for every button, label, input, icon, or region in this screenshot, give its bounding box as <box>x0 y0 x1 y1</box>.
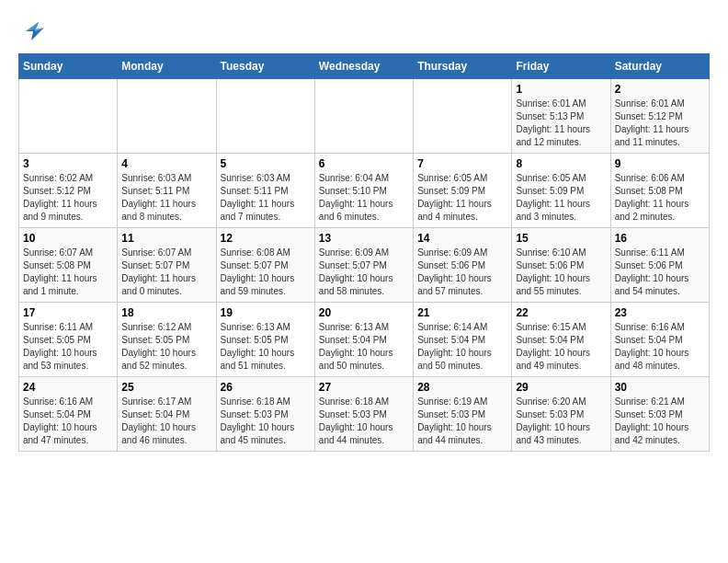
calendar-cell: 12Sunrise: 6:08 AM Sunset: 5:07 PM Dayli… <box>216 228 314 303</box>
day-number: 18 <box>121 306 211 319</box>
calendar-cell: 18Sunrise: 6:12 AM Sunset: 5:05 PM Dayli… <box>118 303 216 377</box>
day-number: 16 <box>615 232 705 245</box>
day-number: 20 <box>319 306 409 319</box>
day-info: Sunrise: 6:20 AM Sunset: 5:03 PM Dayligh… <box>516 396 606 447</box>
weekday-header-tuesday: Tuesday <box>216 54 314 79</box>
day-info: Sunrise: 6:11 AM Sunset: 5:05 PM Dayligh… <box>23 321 113 373</box>
weekday-header-sunday: Sunday <box>19 54 118 79</box>
calendar-table: SundayMondayTuesdayWednesdayThursdayFrid… <box>18 53 710 452</box>
calendar-cell: 21Sunrise: 6:14 AM Sunset: 5:04 PM Dayli… <box>414 303 512 377</box>
day-info: Sunrise: 6:01 AM Sunset: 5:13 PM Dayligh… <box>516 98 606 149</box>
calendar-cell: 6Sunrise: 6:04 AM Sunset: 5:10 PM Daylig… <box>314 154 413 228</box>
calendar-week-4: 24Sunrise: 6:16 AM Sunset: 5:04 PM Dayli… <box>19 377 710 452</box>
calendar-cell: 19Sunrise: 6:13 AM Sunset: 5:05 PM Dayli… <box>216 303 314 377</box>
calendar-cell <box>414 79 512 154</box>
calendar-cell: 7Sunrise: 6:05 AM Sunset: 5:09 PM Daylig… <box>414 154 512 228</box>
calendar-cell: 10Sunrise: 6:07 AM Sunset: 5:08 PM Dayli… <box>19 228 118 303</box>
calendar-cell: 1Sunrise: 6:01 AM Sunset: 5:13 PM Daylig… <box>512 79 610 154</box>
day-number: 5 <box>221 157 311 170</box>
day-info: Sunrise: 6:18 AM Sunset: 5:03 PM Dayligh… <box>221 396 311 447</box>
day-info: Sunrise: 6:15 AM Sunset: 5:04 PM Dayligh… <box>516 321 606 373</box>
day-number: 4 <box>121 157 211 170</box>
day-number: 12 <box>221 232 311 245</box>
page-header <box>18 18 710 44</box>
day-number: 8 <box>516 157 606 170</box>
day-info: Sunrise: 6:17 AM Sunset: 5:04 PM Dayligh… <box>121 396 211 447</box>
day-info: Sunrise: 6:09 AM Sunset: 5:07 PM Dayligh… <box>319 247 409 298</box>
day-number: 28 <box>417 381 507 394</box>
calendar-cell: 15Sunrise: 6:10 AM Sunset: 5:06 PM Dayli… <box>512 228 610 303</box>
weekday-header-thursday: Thursday <box>414 54 512 79</box>
calendar-cell <box>216 79 314 154</box>
day-info: Sunrise: 6:13 AM Sunset: 5:05 PM Dayligh… <box>221 321 311 373</box>
logo-icon <box>18 18 46 44</box>
calendar-cell: 25Sunrise: 6:17 AM Sunset: 5:04 PM Dayli… <box>118 377 216 452</box>
weekday-header-saturday: Saturday <box>610 54 709 79</box>
day-number: 29 <box>516 381 606 394</box>
calendar-cell: 26Sunrise: 6:18 AM Sunset: 5:03 PM Dayli… <box>216 377 314 452</box>
day-number: 10 <box>23 232 113 245</box>
day-info: Sunrise: 6:06 AM Sunset: 5:08 PM Dayligh… <box>615 172 705 224</box>
calendar-cell: 20Sunrise: 6:13 AM Sunset: 5:04 PM Dayli… <box>314 303 413 377</box>
day-number: 3 <box>23 157 113 170</box>
calendar-cell: 11Sunrise: 6:07 AM Sunset: 5:07 PM Dayli… <box>118 228 216 303</box>
day-info: Sunrise: 6:11 AM Sunset: 5:06 PM Dayligh… <box>615 247 705 298</box>
day-number: 6 <box>319 157 409 170</box>
day-number: 21 <box>417 306 507 319</box>
day-number: 15 <box>516 232 606 245</box>
calendar-header: SundayMondayTuesdayWednesdayThursdayFrid… <box>19 54 710 79</box>
calendar-cell: 23Sunrise: 6:16 AM Sunset: 5:04 PM Dayli… <box>610 303 709 377</box>
calendar-week-2: 10Sunrise: 6:07 AM Sunset: 5:08 PM Dayli… <box>19 228 710 303</box>
day-info: Sunrise: 6:03 AM Sunset: 5:11 PM Dayligh… <box>221 172 311 224</box>
day-info: Sunrise: 6:16 AM Sunset: 5:04 PM Dayligh… <box>23 396 113 447</box>
day-info: Sunrise: 6:18 AM Sunset: 5:03 PM Dayligh… <box>319 396 409 447</box>
calendar-week-1: 3Sunrise: 6:02 AM Sunset: 5:12 PM Daylig… <box>19 154 710 228</box>
day-number: 26 <box>221 381 311 394</box>
day-info: Sunrise: 6:05 AM Sunset: 5:09 PM Dayligh… <box>417 172 507 224</box>
day-info: Sunrise: 6:05 AM Sunset: 5:09 PM Dayligh… <box>516 172 606 224</box>
day-info: Sunrise: 6:07 AM Sunset: 5:07 PM Dayligh… <box>121 247 211 298</box>
calendar-cell <box>118 79 216 154</box>
day-number: 30 <box>615 381 705 394</box>
calendar-cell <box>19 79 118 154</box>
day-info: Sunrise: 6:02 AM Sunset: 5:12 PM Dayligh… <box>23 172 113 224</box>
day-number: 7 <box>417 157 507 170</box>
day-info: Sunrise: 6:01 AM Sunset: 5:12 PM Dayligh… <box>615 98 705 149</box>
calendar-cell: 22Sunrise: 6:15 AM Sunset: 5:04 PM Dayli… <box>512 303 610 377</box>
day-number: 13 <box>319 232 409 245</box>
day-number: 24 <box>23 381 113 394</box>
day-number: 22 <box>516 306 606 319</box>
day-info: Sunrise: 6:07 AM Sunset: 5:08 PM Dayligh… <box>23 247 113 298</box>
calendar-cell: 27Sunrise: 6:18 AM Sunset: 5:03 PM Dayli… <box>314 377 413 452</box>
calendar-cell <box>314 79 413 154</box>
calendar-cell: 17Sunrise: 6:11 AM Sunset: 5:05 PM Dayli… <box>19 303 118 377</box>
calendar-cell: 2Sunrise: 6:01 AM Sunset: 5:12 PM Daylig… <box>610 79 709 154</box>
calendar-cell: 30Sunrise: 6:21 AM Sunset: 5:03 PM Dayli… <box>610 377 709 452</box>
day-info: Sunrise: 6:10 AM Sunset: 5:06 PM Dayligh… <box>516 247 606 298</box>
day-info: Sunrise: 6:12 AM Sunset: 5:05 PM Dayligh… <box>121 321 211 373</box>
calendar-cell: 24Sunrise: 6:16 AM Sunset: 5:04 PM Dayli… <box>19 377 118 452</box>
day-info: Sunrise: 6:16 AM Sunset: 5:04 PM Dayligh… <box>615 321 705 373</box>
day-info: Sunrise: 6:21 AM Sunset: 5:03 PM Dayligh… <box>615 396 705 447</box>
calendar-cell: 5Sunrise: 6:03 AM Sunset: 5:11 PM Daylig… <box>216 154 314 228</box>
day-info: Sunrise: 6:04 AM Sunset: 5:10 PM Dayligh… <box>319 172 409 224</box>
logo <box>18 18 50 44</box>
day-info: Sunrise: 6:08 AM Sunset: 5:07 PM Dayligh… <box>221 247 311 298</box>
calendar-cell: 29Sunrise: 6:20 AM Sunset: 5:03 PM Dayli… <box>512 377 610 452</box>
calendar-cell: 4Sunrise: 6:03 AM Sunset: 5:11 PM Daylig… <box>118 154 216 228</box>
weekday-header-wednesday: Wednesday <box>314 54 413 79</box>
calendar-week-0: 1Sunrise: 6:01 AM Sunset: 5:13 PM Daylig… <box>19 79 710 154</box>
day-number: 23 <box>615 306 705 319</box>
calendar-cell: 9Sunrise: 6:06 AM Sunset: 5:08 PM Daylig… <box>610 154 709 228</box>
day-number: 2 <box>615 83 705 96</box>
calendar-cell: 28Sunrise: 6:19 AM Sunset: 5:03 PM Dayli… <box>414 377 512 452</box>
calendar-cell: 8Sunrise: 6:05 AM Sunset: 5:09 PM Daylig… <box>512 154 610 228</box>
day-number: 17 <box>23 306 113 319</box>
day-number: 11 <box>121 232 211 245</box>
weekday-row: SundayMondayTuesdayWednesdayThursdayFrid… <box>19 54 710 79</box>
day-info: Sunrise: 6:19 AM Sunset: 5:03 PM Dayligh… <box>417 396 507 447</box>
day-number: 25 <box>121 381 211 394</box>
day-number: 19 <box>221 306 311 319</box>
weekday-header-monday: Monday <box>118 54 216 79</box>
day-number: 1 <box>516 83 606 96</box>
